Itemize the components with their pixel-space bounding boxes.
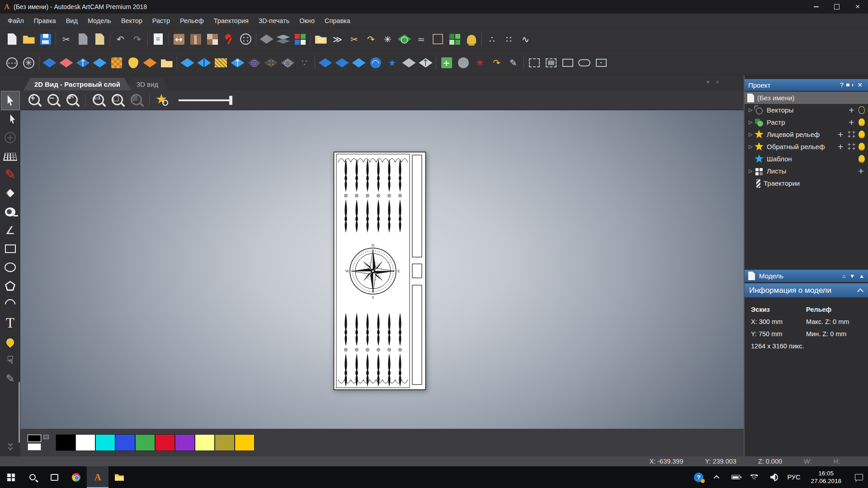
zoom-slider-handle[interactable]: [229, 96, 232, 105]
star-relief-icon[interactable]: ★: [384, 53, 401, 72]
zoom-out-button[interactable]: −: [44, 92, 63, 109]
hatch-red-icon[interactable]: ✳: [472, 53, 488, 72]
vector-folder-icon[interactable]: ☆: [312, 30, 329, 49]
palette-swatch[interactable]: [195, 434, 215, 451]
tool-scrollbar[interactable]: [19, 382, 20, 443]
select-shape-icon[interactable]: [559, 53, 576, 72]
array-copy-icon[interactable]: ∷: [500, 30, 517, 49]
zoom-in-button[interactable]: +: [25, 92, 44, 109]
palette-swatch[interactable]: [155, 434, 175, 451]
tree-item-raster[interactable]: Растр: [745, 116, 868, 128]
add-icon[interactable]: [857, 167, 865, 176]
trim-vectors-icon[interactable]: ✂: [346, 30, 363, 49]
add-block-icon[interactable]: +: [438, 53, 455, 72]
node-editing-tool[interactable]: [1, 110, 19, 128]
color-blocks-icon[interactable]: [292, 30, 308, 49]
menu-item[interactable]: Рельеф: [175, 14, 209, 28]
palette-swatch[interactable]: [56, 434, 75, 451]
minimize-button[interactable]: [806, 0, 826, 14]
zoom-objects-button[interactable]: [153, 92, 172, 109]
fold-relief-icon[interactable]: [317, 53, 334, 72]
more-tools-button[interactable]: [0, 442, 20, 450]
language-indicator[interactable]: РУС: [783, 474, 804, 481]
select-dot-icon[interactable]: ·: [593, 53, 609, 72]
bell-icon[interactable]: [463, 30, 480, 49]
new-model-icon[interactable]: [4, 30, 20, 49]
chrome-taskbar-button[interactable]: [65, 466, 87, 488]
hatch-layer-icon[interactable]: [212, 53, 229, 72]
home-icon[interactable]: ⌂: [842, 273, 845, 279]
artcam-taskbar-button[interactable]: A: [87, 466, 108, 488]
offset-relief-icon[interactable]: [91, 53, 108, 72]
angle-relief-icon[interactable]: [350, 53, 367, 72]
palette-swatch[interactable]: [235, 434, 255, 451]
fluid-relief-tool[interactable]: [1, 332, 19, 351]
curve-tool-icon[interactable]: ↷: [488, 53, 505, 72]
relief-edit-icon[interactable]: [258, 30, 275, 49]
current-colors-widget[interactable]: [27, 434, 50, 452]
smudge-tool[interactable]: ☟: [1, 351, 19, 369]
menu-item[interactable]: 3D-печать: [254, 14, 294, 28]
ellipse-tool[interactable]: [1, 258, 19, 277]
maximize-button[interactable]: [826, 0, 847, 14]
ramp-relief-icon[interactable]: [334, 53, 350, 72]
show-hidden-icons-button[interactable]: [709, 466, 725, 488]
zoom-selection-button[interactable]: ⊠: [127, 92, 146, 109]
texture-relief-icon[interactable]: ○: [396, 30, 413, 49]
select-rounded-icon[interactable]: [576, 53, 593, 72]
split-relief-icon[interactable]: ∣: [196, 53, 212, 72]
fillet-icon[interactable]: ↷: [363, 30, 379, 49]
battery-tray-button[interactable]: [728, 466, 743, 488]
visibility-bulb-icon[interactable]: [859, 106, 865, 114]
paste-icon[interactable]: [91, 30, 108, 49]
notes-icon[interactable]: [150, 30, 166, 49]
vector-texture-icon[interactable]: ✳: [379, 30, 396, 49]
tree-item-back-relief[interactable]: Обратный рельеф: [745, 141, 868, 153]
palette-swatch[interactable]: [75, 434, 95, 451]
start-button[interactable]: [0, 466, 22, 488]
palette-swatch[interactable]: [115, 434, 135, 451]
pair-dots-icon[interactable]: ∵: [296, 53, 313, 72]
extract-relief-icon[interactable]: ↑: [229, 53, 246, 72]
envelope-distort-tool[interactable]: [1, 147, 19, 165]
secondary-color-swatch[interactable]: [28, 443, 41, 450]
save-model-icon[interactable]: [37, 30, 54, 49]
polygon-tool[interactable]: [1, 277, 19, 295]
palette-swatch[interactable]: [135, 434, 155, 451]
2d-view-canvas[interactable]: N E S W: [20, 110, 745, 429]
relief-library-icon[interactable]: [158, 53, 175, 72]
ovals-texture-icon[interactable]: ◌: [279, 53, 296, 72]
wifi-tray-button[interactable]: [746, 466, 762, 488]
sphere-relief-icon[interactable]: ◠: [367, 53, 384, 72]
scribe-line-icon[interactable]: ✎: [505, 53, 522, 72]
dock-down-icon[interactable]: ▼: [849, 273, 855, 279]
visibility-bulb-icon[interactable]: [859, 131, 865, 138]
clock[interactable]: 16:05 27.06.2018: [807, 469, 845, 485]
add-icon[interactable]: [848, 106, 855, 115]
model-info-header[interactable]: Информация о модели: [745, 283, 868, 297]
zoom-fit-button[interactable]: □: [108, 92, 127, 109]
erase-tool[interactable]: [1, 184, 19, 202]
add-icon[interactable]: [837, 142, 844, 151]
plane-relief-icon[interactable]: [179, 53, 196, 72]
flame-relief-icon[interactable]: [142, 53, 158, 72]
polyline-tool[interactable]: ∠: [1, 221, 19, 239]
relief-layers-icon[interactable]: [275, 30, 292, 49]
add-grid-icon[interactable]: [848, 143, 855, 151]
smooth-relief-icon[interactable]: [41, 53, 58, 72]
palette-swatch[interactable]: [175, 434, 195, 451]
open-model-icon[interactable]: [20, 30, 37, 49]
undo-icon[interactable]: ↶: [112, 30, 129, 49]
zoom-previous-button[interactable]: ↶: [63, 92, 82, 109]
rectangle-tool[interactable]: [1, 239, 19, 258]
menu-item[interactable]: Файл: [3, 14, 29, 28]
tree-item-sheets[interactable]: Листы: [745, 165, 868, 177]
menu-item[interactable]: Справка: [320, 14, 355, 28]
nesting-icon[interactable]: ∴: [484, 30, 500, 49]
menu-item[interactable]: Вектор: [116, 14, 147, 28]
measure-tool[interactable]: [1, 202, 19, 221]
pin-icon[interactable]: [846, 84, 855, 86]
simulation-icon[interactable]: ∷: [237, 30, 254, 49]
green-blocks-icon[interactable]: [446, 30, 463, 49]
lightbox-icon[interactable]: [204, 30, 221, 49]
